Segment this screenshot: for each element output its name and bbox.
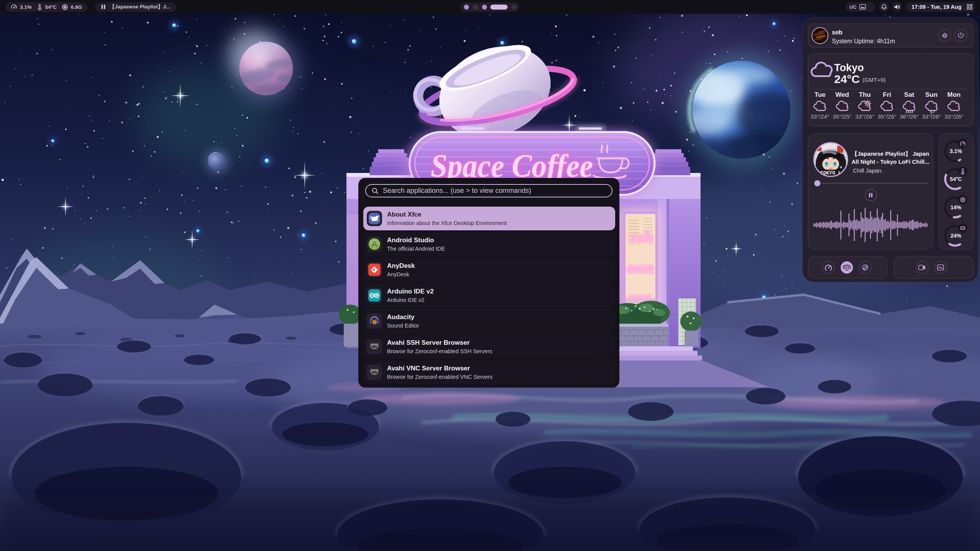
svg-text:Thu: Thu [859, 91, 871, 98]
svg-text:33°/26°: 33°/26° [922, 113, 941, 120]
svg-text:24%: 24% [951, 233, 962, 239]
svg-text:seb: seb [832, 29, 843, 36]
svg-text:Mon: Mon [947, 91, 961, 98]
svg-text:Sun: Sun [925, 91, 938, 98]
svg-text:Tokyo: Tokyo [834, 62, 864, 73]
svg-text:3.1%: 3.1% [950, 148, 962, 154]
svg-text:14%: 14% [951, 204, 962, 210]
svg-text:24°C: 24°C [834, 73, 860, 85]
svg-text:33°/26°: 33°/26° [855, 113, 874, 120]
svg-text:Chill Japan.: Chill Japan. [853, 167, 883, 174]
svg-text:54°C: 54°C [950, 176, 962, 182]
svg-text:Tue: Tue [815, 91, 826, 98]
svg-text:33°/26°: 33°/26° [944, 113, 964, 120]
svg-text:(GMT+9): (GMT+9) [862, 77, 885, 83]
svg-text:35°/26°: 35°/26° [877, 113, 897, 120]
svg-text:esh: esh [629, 227, 653, 246]
svg-text:【Japanese Playlist】 Japan: 【Japanese Playlist】 Japan [852, 150, 929, 157]
svg-text:oon: oon [627, 258, 654, 277]
svg-text:Fri: Fri [883, 91, 891, 98]
svg-text:All Night - Tokyo LoFi Chill..: All Night - Tokyo LoFi Chill... [851, 158, 929, 165]
svg-text:Wed: Wed [835, 91, 849, 98]
svg-text:36°/26°: 36°/26° [900, 113, 919, 120]
svg-text:35°/25°: 35°/25° [833, 113, 852, 120]
svg-text:System Uptime: 4h11m: System Uptime: 4h11m [832, 38, 895, 44]
svg-text:Sat: Sat [904, 91, 915, 98]
svg-text:33°/24°: 33°/24° [810, 113, 830, 120]
